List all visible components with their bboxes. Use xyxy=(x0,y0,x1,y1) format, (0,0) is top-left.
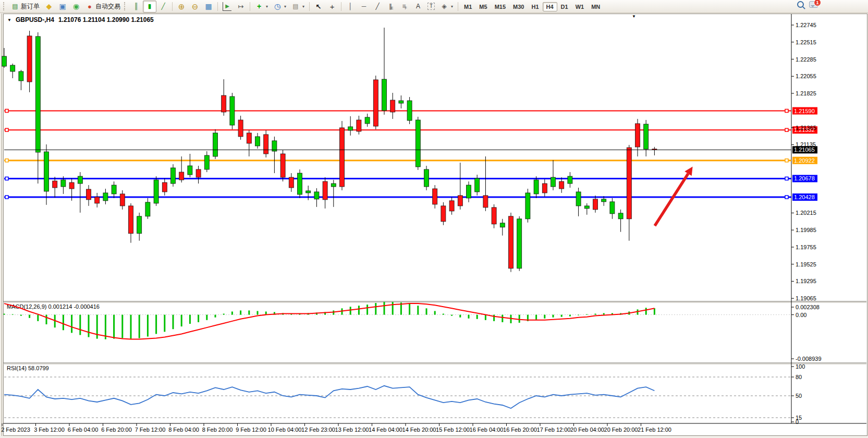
macd-label: MACD(12,26,9) 0.001214 -0.000416 xyxy=(7,303,100,310)
horizontal-line-icon: ─ xyxy=(360,2,368,10)
text-icon: A xyxy=(414,2,422,10)
rsi-value: 58.0799 xyxy=(28,365,49,371)
chart-shift-icon: ↦ xyxy=(237,2,245,10)
timeframe-H1[interactable]: H1 xyxy=(528,2,542,11)
vertical-line-icon: │ xyxy=(346,2,354,10)
autotrading-button[interactable]: ● 自动交易 xyxy=(83,1,123,13)
autotrading-icon: ● xyxy=(85,2,94,10)
zoom-in-button[interactable]: ⊕ xyxy=(175,1,188,13)
line-chart-icon: ╱ xyxy=(159,2,167,10)
fibonacci-icon: ≡F xyxy=(400,2,409,10)
indicators-button[interactable]: + xyxy=(252,1,271,13)
tile-windows-button[interactable]: ▦ xyxy=(202,1,215,13)
window-edge xyxy=(2,14,2,436)
new-order-label: 新订单 xyxy=(21,2,40,11)
chart-shift-marker[interactable]: ▼ xyxy=(632,14,636,19)
zoom-out-button[interactable]: ⊖ xyxy=(188,1,202,13)
timeframe-MN[interactable]: MN xyxy=(588,2,604,11)
text-button[interactable]: A xyxy=(411,1,425,13)
timeframe-M15[interactable]: M15 xyxy=(491,2,509,11)
toolbar-separator xyxy=(458,2,458,11)
chart-title: ▼ GBPUSD-,H4 1.21076 1.21104 1.20990 1.2… xyxy=(7,16,154,23)
rsi-label: RSI(14) 58.0799 xyxy=(7,365,49,371)
zoom-in-icon: ⊕ xyxy=(177,2,186,10)
auto-scroll-button[interactable]: ▶ xyxy=(220,1,234,13)
line-chart-button[interactable]: ╱ xyxy=(156,1,170,13)
chart-shift-button[interactable]: ↦ xyxy=(234,1,248,13)
templates-button[interactable]: ▤ xyxy=(289,1,307,13)
macd-values: 0.001214 -0.000416 xyxy=(48,303,99,310)
toolbar-grip[interactable] xyxy=(124,2,127,10)
toolbar-grip[interactable] xyxy=(3,2,6,10)
trendline-button[interactable]: ╱ xyxy=(371,1,384,13)
toolbar-separator xyxy=(309,2,310,11)
toolbar-separator xyxy=(250,2,250,11)
bars-chart-icon: ║ xyxy=(132,2,140,10)
terminal-window: ▤ 新订单 ◆ ▣ ◉ ● 自动交易 ║ ▮ ╱ ⊕ ⊖ ▦ ▶ ↦ + ◷ ▤… xyxy=(0,0,868,438)
new-order-button[interactable]: ▤ 新订单 xyxy=(8,1,42,13)
text-label-icon: T xyxy=(427,3,435,10)
vertical-line-button[interactable]: │ xyxy=(344,1,357,13)
symbol-label: GBPUSD-,H4 xyxy=(16,16,54,23)
metaeditor-icon: ◆ xyxy=(45,2,53,10)
signals-icon: ◉ xyxy=(72,2,80,10)
channel-button[interactable]: ∥E xyxy=(384,1,398,13)
timeframe-D1[interactable]: D1 xyxy=(557,2,572,11)
metaeditor-button[interactable]: ◆ xyxy=(42,1,56,13)
fibonacci-button[interactable]: ≡F xyxy=(398,1,411,13)
toolbar-separator xyxy=(341,2,341,11)
tile-windows-icon: ▦ xyxy=(204,2,213,10)
arrows-button[interactable]: ◈ xyxy=(437,1,456,13)
toolbar-separator xyxy=(172,2,173,11)
auto-scroll-icon: ▶ xyxy=(223,2,231,11)
market-icon: ▣ xyxy=(58,2,67,10)
timeframe-W1[interactable]: W1 xyxy=(572,2,588,11)
notifications-icon[interactable]: 1 xyxy=(809,1,818,8)
toolbar: ▤ 新订单 ◆ ▣ ◉ ● 自动交易 ║ ▮ ╱ ⊕ ⊖ ▦ ▶ ↦ + ◷ ▤… xyxy=(0,0,868,13)
market-button[interactable]: ▣ xyxy=(56,1,69,13)
candles-chart-icon: ▮ xyxy=(145,2,154,10)
chart-window[interactable] xyxy=(3,14,867,436)
bars-chart-button[interactable]: ║ xyxy=(129,1,143,13)
notification-badge: 1 xyxy=(814,0,821,6)
signals-button[interactable]: ◉ xyxy=(69,1,83,13)
templates-icon: ▤ xyxy=(291,2,300,10)
cursor-button[interactable]: ↖ xyxy=(312,1,325,13)
trendline-icon: ╱ xyxy=(373,2,382,10)
one-click-trading-caret[interactable]: ▼ xyxy=(7,18,11,22)
new-order-icon: ▤ xyxy=(11,2,19,10)
arrows-icon: ◈ xyxy=(440,2,448,10)
candles-chart-button[interactable]: ▮ xyxy=(143,1,156,13)
timeframe-H4[interactable]: H4 xyxy=(543,2,557,11)
cursor-icon: ↖ xyxy=(314,2,323,10)
timeframe-M30[interactable]: M30 xyxy=(509,2,528,11)
periods-button[interactable]: ◷ xyxy=(271,1,289,13)
periods-icon: ◷ xyxy=(273,2,282,10)
indicators-icon: + xyxy=(255,2,263,10)
zoom-out-icon: ⊖ xyxy=(191,2,199,10)
search-icon[interactable] xyxy=(797,1,804,8)
ohlc-values: 1.21076 1.21104 1.20990 1.21065 xyxy=(58,16,154,23)
crosshair-icon: + xyxy=(328,2,336,10)
timeframe-group: M1M5M15M30H1H4D1W1MN xyxy=(460,2,604,11)
crosshair-button[interactable]: + xyxy=(325,1,339,13)
timeframe-M1[interactable]: M1 xyxy=(460,2,475,11)
timeframe-M5[interactable]: M5 xyxy=(475,2,491,11)
horizontal-line-button[interactable]: ─ xyxy=(357,1,371,13)
autotrading-label: 自动交易 xyxy=(95,2,120,11)
toolbar-separator xyxy=(217,2,218,11)
text-label-button[interactable]: T xyxy=(425,1,437,13)
channel-icon: ∥E xyxy=(387,2,395,10)
